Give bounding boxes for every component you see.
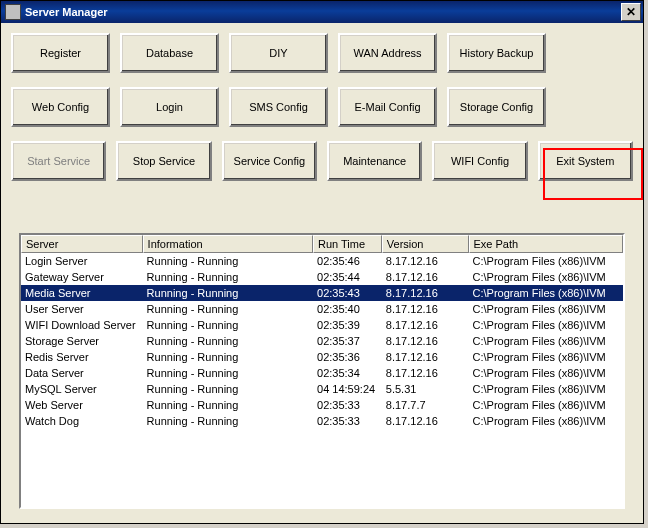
cell: Running - Running [143, 270, 313, 284]
email-config-button[interactable]: E-Mail Config [338, 87, 437, 127]
table-row[interactable]: Gateway ServerRunning - Running02:35:448… [21, 269, 623, 285]
cell: 8.17.7.7 [382, 398, 469, 412]
stop-service-button[interactable]: Stop Service [116, 141, 211, 181]
table-row[interactable]: Media ServerRunning - Running02:35:438.1… [21, 285, 623, 301]
cell: Running - Running [143, 382, 313, 396]
cell: 02:35:46 [313, 254, 382, 268]
grid-header: ServerInformationRun TimeVersionExe Path [21, 235, 623, 253]
cell: 02:35:40 [313, 302, 382, 316]
cell: Running - Running [143, 302, 313, 316]
column-header[interactable]: Run Time [313, 235, 382, 253]
table-row[interactable]: Data ServerRunning - Running02:35:348.17… [21, 365, 623, 381]
title-bar: Server Manager ✕ [1, 1, 643, 23]
cell: 8.17.12.16 [382, 350, 469, 364]
cell: 04 14:59:24 [313, 382, 382, 396]
cell: C:\Program Files (x86)\IVM [469, 382, 623, 396]
service-config-button[interactable]: Service Config [222, 141, 317, 181]
empty-row [21, 493, 623, 507]
cell: Running - Running [143, 286, 313, 300]
cell: 8.17.12.16 [382, 270, 469, 284]
start-service-button: Start Service [11, 141, 106, 181]
cell: 8.17.12.16 [382, 286, 469, 300]
empty-row [21, 477, 623, 493]
cell: 8.17.12.16 [382, 414, 469, 428]
cell: MySQL Server [21, 382, 143, 396]
table-row[interactable]: Web ServerRunning - Running02:35:338.17.… [21, 397, 623, 413]
window-title: Server Manager [25, 6, 621, 18]
cell: 02:35:39 [313, 318, 382, 332]
cell: C:\Program Files (x86)\IVM [469, 302, 623, 316]
cell: Login Server [21, 254, 143, 268]
sms-config-button[interactable]: SMS Config [229, 87, 328, 127]
cell: Storage Server [21, 334, 143, 348]
cell: C:\Program Files (x86)\IVM [469, 350, 623, 364]
table-row[interactable]: WIFI Download ServerRunning - Running02:… [21, 317, 623, 333]
cell: Watch Dog [21, 414, 143, 428]
database-button[interactable]: Database [120, 33, 219, 73]
cell: 8.17.12.16 [382, 302, 469, 316]
exit-system-button[interactable]: Exit System [538, 141, 633, 181]
cell: Running - Running [143, 414, 313, 428]
cell: C:\Program Files (x86)\IVM [469, 254, 623, 268]
maintenance-button[interactable]: Maintenance [327, 141, 422, 181]
grid-body: Login ServerRunning - Running02:35:468.1… [21, 253, 623, 507]
column-header[interactable]: Version [382, 235, 469, 253]
table-row[interactable]: Storage ServerRunning - Running02:35:378… [21, 333, 623, 349]
cell: 02:35:43 [313, 286, 382, 300]
cell: 02:35:33 [313, 398, 382, 412]
cell: C:\Program Files (x86)\IVM [469, 286, 623, 300]
cell: Running - Running [143, 398, 313, 412]
table-row[interactable]: User ServerRunning - Running02:35:408.17… [21, 301, 623, 317]
wifi-config-button[interactable]: WIFI Config [432, 141, 527, 181]
servers-grid[interactable]: ServerInformationRun TimeVersionExe Path… [19, 233, 625, 509]
empty-row [21, 429, 623, 445]
cell: 8.17.12.16 [382, 318, 469, 332]
column-header[interactable]: Information [143, 235, 313, 253]
empty-row [21, 445, 623, 461]
cell: 8.17.12.16 [382, 334, 469, 348]
cell: 02:35:37 [313, 334, 382, 348]
cell: 8.17.12.16 [382, 366, 469, 380]
app-icon [5, 4, 21, 20]
table-row[interactable]: MySQL ServerRunning - Running04 14:59:24… [21, 381, 623, 397]
cell: WIFI Download Server [21, 318, 143, 332]
table-row[interactable]: Login ServerRunning - Running02:35:468.1… [21, 253, 623, 269]
cell: Redis Server [21, 350, 143, 364]
cell: 02:35:34 [313, 366, 382, 380]
button-row-2: Web ConfigLoginSMS ConfigE-Mail ConfigSt… [11, 87, 633, 127]
close-button[interactable]: ✕ [621, 3, 641, 21]
history-backup-button[interactable]: History Backup [447, 33, 546, 73]
register-button[interactable]: Register [11, 33, 110, 73]
cell: C:\Program Files (x86)\IVM [469, 398, 623, 412]
cell: Web Server [21, 398, 143, 412]
cell: Data Server [21, 366, 143, 380]
client-area: RegisterDatabaseDIYWAN AddressHistory Ba… [1, 23, 643, 523]
cell: 02:35:33 [313, 414, 382, 428]
cell: C:\Program Files (x86)\IVM [469, 366, 623, 380]
login-button[interactable]: Login [120, 87, 219, 127]
column-header[interactable]: Server [21, 235, 143, 253]
cell: Running - Running [143, 254, 313, 268]
cell: C:\Program Files (x86)\IVM [469, 334, 623, 348]
cell: Running - Running [143, 350, 313, 364]
cell: Running - Running [143, 318, 313, 332]
cell: Running - Running [143, 366, 313, 380]
cell: Running - Running [143, 334, 313, 348]
cell: 02:35:44 [313, 270, 382, 284]
button-row-1: RegisterDatabaseDIYWAN AddressHistory Ba… [11, 33, 633, 73]
empty-row [21, 461, 623, 477]
diy-button[interactable]: DIY [229, 33, 328, 73]
table-row[interactable]: Watch DogRunning - Running02:35:338.17.1… [21, 413, 623, 429]
column-header[interactable]: Exe Path [469, 235, 623, 253]
table-row[interactable]: Redis ServerRunning - Running02:35:368.1… [21, 349, 623, 365]
cell: User Server [21, 302, 143, 316]
cell: C:\Program Files (x86)\IVM [469, 414, 623, 428]
storage-config-button[interactable]: Storage Config [447, 87, 546, 127]
wan-address-button[interactable]: WAN Address [338, 33, 437, 73]
web-config-button[interactable]: Web Config [11, 87, 110, 127]
cell: 8.17.12.16 [382, 254, 469, 268]
cell: C:\Program Files (x86)\IVM [469, 318, 623, 332]
server-manager-window: Server Manager ✕ RegisterDatabaseDIYWAN … [0, 0, 644, 524]
cell: 5.5.31 [382, 382, 469, 396]
cell: C:\Program Files (x86)\IVM [469, 270, 623, 284]
